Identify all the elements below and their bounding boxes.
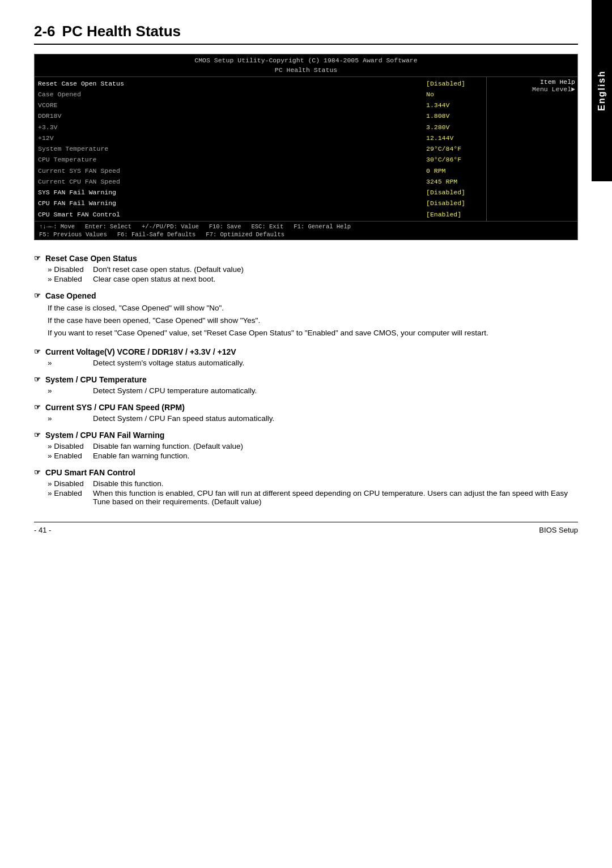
desc-title-text: Reset Case Open Status <box>45 254 137 263</box>
bios-row: +12V12.144V <box>37 133 484 143</box>
bios-row: Reset Case Open Status[Disabled] <box>37 78 484 89</box>
desc-text: Disable this function. <box>93 479 578 488</box>
bios-row: CPU Smart FAN Control[Enabled] <box>37 209 484 220</box>
desc-text: Disable fan warning function. (Default v… <box>93 442 578 450</box>
page-number: - 41 - <box>34 526 51 534</box>
bios-row-label: CPU Temperature <box>38 155 426 164</box>
desc-bullet: » Enabled <box>48 489 93 506</box>
bios-body: Reset Case Open Status[Disabled]Case Ope… <box>35 77 577 221</box>
bios-row-value: 3245 RPM <box>426 177 483 186</box>
bios-footer-item: F7: Optimized Defaults <box>206 231 284 238</box>
bios-row: Current SYS FAN Speed0 RPM <box>37 165 484 176</box>
desc-section-title: ☞CPU Smart FAN Control <box>34 468 578 477</box>
desc-item: » DisabledDisable fan warning function. … <box>48 442 578 450</box>
arrow-icon: ☞ <box>34 375 41 384</box>
bios-header: CMOS Setup Utility-Copyright (C) 1984-20… <box>35 54 577 77</box>
bios-footer-item: F1: General Help <box>294 223 351 230</box>
bios-row-value: 30°C/86°F <box>426 155 483 164</box>
bios-row: VCORE1.344V <box>37 100 484 110</box>
desc-title-text: Case Opened <box>45 291 96 300</box>
bios-main: Reset Case Open Status[Disabled]Case Ope… <box>35 77 487 221</box>
desc-section-title: ☞Reset Case Open Status <box>34 254 578 263</box>
bios-footer-item: +/-/PU/PD: Value <box>142 223 199 230</box>
bios-footer-row1: ↑↓→←: MoveEnter: Select+/-/PU/PD: ValueF… <box>39 223 351 230</box>
desc-section-reset-case-open-status: ☞Reset Case Open Status» DisabledDon't r… <box>34 254 578 283</box>
bios-row: Case OpenedNo <box>37 89 484 100</box>
bios-row-label: VCORE <box>38 100 426 110</box>
bios-footer-item: F6: Fail-Safe Defaults <box>117 231 196 238</box>
bios-row-label: CPU Smart FAN Control <box>38 210 426 219</box>
desc-paragraph: If you want to reset "Case Opened" value… <box>48 327 578 339</box>
bios-row-value: 29°C/84°F <box>426 144 483 154</box>
desc-bullet: » Disabled <box>48 265 93 274</box>
bios-row-label: Case Opened <box>38 90 426 99</box>
bios-row-value: [Enabled] <box>426 210 483 219</box>
desc-paragraph: If the case is closed, "Case Opened" wil… <box>48 303 578 314</box>
bios-row-label: DDR18V <box>38 111 426 121</box>
desc-item: » DisabledDon't reset case open status. … <box>48 265 578 274</box>
bios-header-line2: PC Health Status <box>35 65 577 75</box>
bios-footer-item: F5: Previous Values <box>39 231 107 238</box>
bios-screen: CMOS Setup Utility-Copyright (C) 1984-20… <box>34 54 578 240</box>
arrow-icon: ☞ <box>34 347 41 356</box>
bios-row-value: No <box>426 90 483 99</box>
bios-row: System Temperature29°C/84°F <box>37 143 484 154</box>
english-label: English <box>597 70 607 111</box>
bios-row-label: System Temperature <box>38 144 426 154</box>
section-title: 2-6PC Health Status <box>34 23 578 45</box>
bios-footer-item: F10: Save <box>209 223 241 230</box>
bios-row: CPU FAN Fail Warning[Disabled] <box>37 198 484 209</box>
page-container: English 2-6PC Health Status CMOS Setup U… <box>0 0 612 548</box>
bios-row: CPU Temperature30°C/86°F <box>37 154 484 165</box>
desc-item: » EnabledWhen this function is enabled, … <box>48 489 578 506</box>
desc-title-text: Current SYS / CPU FAN Speed (RPM) <box>45 403 185 412</box>
arrow-icon: ☞ <box>34 468 41 476</box>
desc-bullet: » <box>48 414 93 423</box>
desc-item: » EnabledEnable fan warning function. <box>48 452 578 460</box>
bios-row-value: 1.344V <box>426 100 483 110</box>
english-sidebar: English <box>592 0 612 181</box>
section-number: 2-6 <box>34 23 56 40</box>
bios-row: +3.3V3.280V <box>37 122 484 133</box>
bios-row-value: [Disabled] <box>426 198 483 208</box>
desc-section-current-voltage: ☞Current Voltage(V) VCORE / DDR18V / +3.… <box>34 347 578 367</box>
bios-header-line1: CMOS Setup Utility-Copyright (C) 1984-20… <box>35 56 577 65</box>
desc-section-title: ☞Current SYS / CPU FAN Speed (RPM) <box>34 403 578 412</box>
arrow-icon: ☞ <box>34 403 41 411</box>
desc-section-title: ☞System / CPU Temperature <box>34 375 578 384</box>
desc-title-text: CPU Smart FAN Control <box>45 468 135 477</box>
bios-row-label: +12V <box>38 133 426 143</box>
bios-help: Item Help Menu Level► <box>487 77 577 221</box>
desc-section-system-cpu-fan-fail-warning: ☞System / CPU FAN Fail Warning» Disabled… <box>34 431 578 460</box>
desc-paragraph: If the case have been opened, "Case Open… <box>48 315 578 326</box>
desc-title-text: System / CPU FAN Fail Warning <box>45 431 164 440</box>
arrow-icon: ☞ <box>34 431 41 439</box>
bios-row-value: 3.280V <box>426 122 483 132</box>
bios-row-label: Current CPU FAN Speed <box>38 177 426 186</box>
desc-item: » DisabledDisable this function. <box>48 479 578 488</box>
arrow-icon: ☞ <box>34 291 41 300</box>
desc-bullet: » <box>48 359 93 367</box>
bios-footer-row2: F5: Previous ValuesF6: Fail-Safe Default… <box>39 231 284 238</box>
desc-text: Don't reset case open status. (Default v… <box>93 265 578 274</box>
page-footer: - 41 - BIOS Setup <box>34 522 578 534</box>
desc-text: Detect system's voltage status automatic… <box>93 359 578 367</box>
desc-bullet: » Enabled <box>48 275 93 283</box>
bios-row-label: Current SYS FAN Speed <box>38 166 426 176</box>
bios-row-label: +3.3V <box>38 122 426 132</box>
bios-row: DDR18V1.808V <box>37 110 484 121</box>
desc-title-text: Current Voltage(V) VCORE / DDR18V / +3.3… <box>45 347 236 356</box>
desc-text: Detect System / CPU temperature automati… <box>93 386 578 395</box>
bios-row-label: SYS FAN Fail Warning <box>38 188 426 197</box>
bios-footer-item: Enter: Select <box>85 223 131 230</box>
desc-bullet: » Disabled <box>48 479 93 488</box>
bios-row-value: [Disabled] <box>426 79 483 88</box>
desc-text: Detect System / CPU Fan speed status aut… <box>93 414 578 423</box>
description-container: ☞Reset Case Open Status» DisabledDon't r… <box>34 254 578 506</box>
desc-section-case-opened: ☞Case OpenedIf the case is closed, "Case… <box>34 291 578 339</box>
desc-text: Clear case open status at next boot. <box>93 275 578 283</box>
bios-setup-label: BIOS Setup <box>539 526 578 534</box>
desc-item: » EnabledClear case open status at next … <box>48 275 578 283</box>
bios-row-value: [Disabled] <box>426 188 483 197</box>
section-title-text: PC Health Status <box>62 23 181 40</box>
